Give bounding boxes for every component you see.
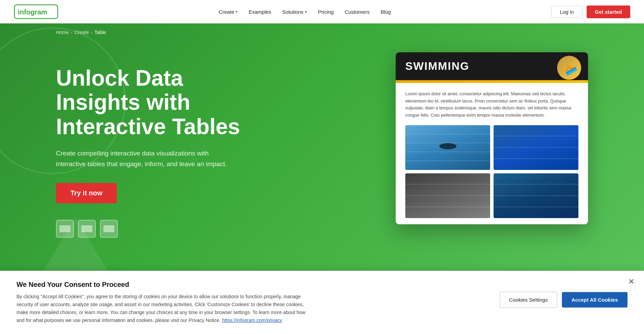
nav-item-customers[interactable]: Customers: [344, 9, 370, 15]
breadcrumb-home[interactable]: Home: [56, 30, 69, 35]
pool-lines-3: [405, 173, 490, 218]
cookie-banner: ✕ We Need Your Consent to Proceed By cli…: [0, 271, 644, 334]
get-started-button[interactable]: Get started: [587, 6, 630, 18]
preview-body: Lorem ipsum dolor sit amet, consectetur …: [396, 83, 588, 224]
hero-subtitle: Create compelling interactive data visua…: [56, 148, 235, 169]
preview-title: SWIMMING: [405, 60, 470, 73]
preview-images-grid: [405, 125, 578, 218]
thumb-inner-2: [81, 225, 92, 232]
pool-lines-2: [494, 125, 578, 170]
breadcrumb-sep-2: ›: [91, 30, 92, 35]
chevron-down-icon: ▾: [305, 10, 307, 14]
nav-link-create[interactable]: Create ▾: [219, 9, 238, 15]
nav-link-solutions[interactable]: Solutions ▾: [282, 9, 307, 15]
thumbnail-1[interactable]: [56, 220, 74, 238]
thumb-inner-3: [103, 225, 114, 232]
try-it-now-button[interactable]: Try it now: [56, 183, 117, 203]
thumbnail-3[interactable]: [100, 220, 118, 238]
nav-link-blog[interactable]: Blog: [381, 9, 391, 15]
hero-title: Unlock Data Insights with Interactive Ta…: [56, 66, 248, 139]
nav-link-pricing[interactable]: Pricing: [318, 9, 334, 15]
preview-image-3: [405, 173, 490, 218]
nav-actions: Log in Get started: [551, 6, 630, 18]
diver-decoration: 🏊: [557, 56, 581, 80]
breadcrumb: Home › Create › Table: [0, 23, 644, 35]
cookies-settings-button[interactable]: Cookies Settings: [500, 292, 557, 308]
cookie-title: We Need Your Consent to Proceed: [16, 281, 312, 289]
thumb-inner-1: [59, 225, 70, 232]
logo[interactable]: infogram: [14, 4, 58, 19]
nav-item-examples[interactable]: Examples: [249, 9, 271, 15]
preview-image-1: [405, 125, 490, 170]
nav-item-create[interactable]: Create ▾: [219, 9, 238, 15]
accept-all-cookies-button[interactable]: Accept All Cookies: [562, 292, 628, 308]
cookie-close-button[interactable]: ✕: [628, 278, 634, 285]
breadcrumb-sep-1: ›: [71, 30, 72, 35]
nav-link-examples[interactable]: Examples: [249, 9, 271, 15]
breadcrumb-create[interactable]: Create: [75, 30, 89, 35]
svg-text:infogram: infogram: [18, 8, 47, 16]
hero-left: Unlock Data Insights with Interactive Ta…: [56, 45, 248, 238]
pool-lines-4: [494, 173, 578, 218]
nav-links: Create ▾ Examples Solutions ▾ Pricing Cu…: [219, 9, 391, 15]
preview-image-2: [494, 125, 578, 170]
swimmer-1: [439, 143, 456, 149]
thumbnail-2[interactable]: [78, 220, 96, 238]
login-button[interactable]: Log in: [551, 6, 583, 18]
nav-item-pricing[interactable]: Pricing: [318, 9, 334, 15]
breadcrumb-current: Table: [94, 30, 106, 35]
diver-icon: 🏊: [561, 60, 578, 76]
nav-item-blog[interactable]: Blog: [381, 9, 391, 15]
preview-body-text: Lorem ipsum dolor sit amet, consectetur …: [405, 90, 578, 119]
preview-card: SWIMMING 🏊 Lorem ipsum dolor sit amet, c…: [396, 52, 588, 224]
logo-svg: infogram: [14, 4, 58, 19]
cookie-privacy-link[interactable]: https://infogram.com/privacy: [222, 317, 282, 323]
nav-item-solutions[interactable]: Solutions ▾: [282, 9, 307, 15]
cookie-actions: Cookies Settings Accept All Cookies: [500, 281, 628, 308]
nav-link-customers[interactable]: Customers: [344, 9, 370, 15]
preview-header: SWIMMING 🏊: [396, 52, 588, 80]
cookie-text: By clicking "Accept All Cookies", you ag…: [16, 293, 312, 324]
hero-thumbnails: [56, 220, 248, 238]
hero-preview: SWIMMING 🏊 Lorem ipsum dolor sit amet, c…: [396, 52, 588, 224]
chevron-down-icon: ▾: [236, 10, 238, 14]
navbar: infogram Create ▾ Examples Solutions ▾ P…: [0, 0, 644, 23]
cookie-content: We Need Your Consent to Proceed By click…: [16, 281, 312, 324]
preview-yellow-bar: [396, 80, 588, 83]
preview-image-4: [494, 173, 578, 218]
